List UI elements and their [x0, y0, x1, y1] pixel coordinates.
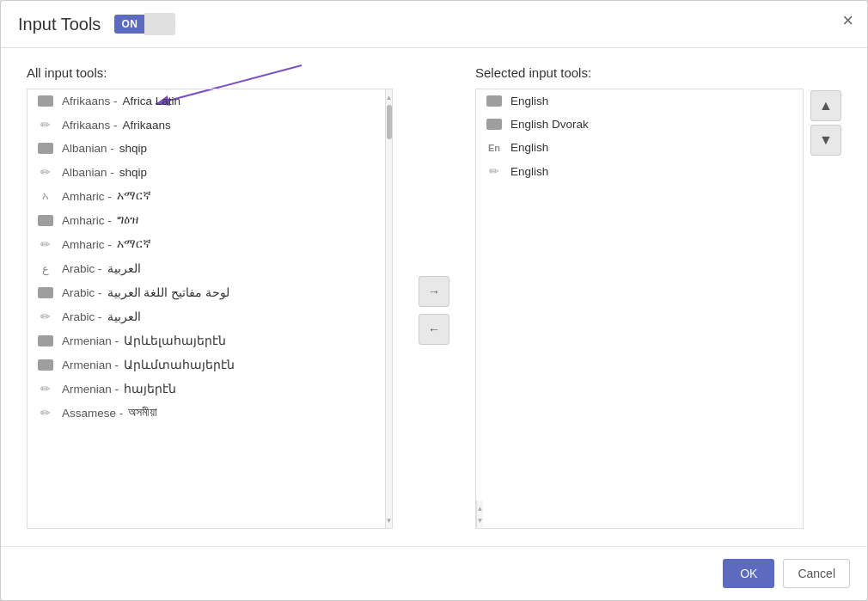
move-up-button[interactable]: ▲: [810, 90, 841, 121]
list-item[interactable]: Arabic - لوحة مفاتيح اللغة العربية: [28, 280, 385, 304]
right-panel: English English Dvorak En English: [475, 89, 841, 529]
add-button[interactable]: →: [419, 276, 449, 307]
pencil-icon: ✏: [36, 118, 55, 132]
keyboard-icon: [36, 287, 55, 298]
list-item[interactable]: ✏ Assamese - অসমীয়া: [28, 401, 385, 425]
list-item[interactable]: ✏ Armenian - հայերէն: [28, 377, 385, 401]
all-tools-label: All input tools:: [27, 65, 393, 80]
list-item[interactable]: አ Amharic - አማርኛ: [28, 184, 385, 208]
list-item[interactable]: Armenian - Արևմտահայերէն: [28, 353, 385, 377]
keyboard-icon: [36, 215, 55, 226]
pencil-icon: ✏: [36, 406, 55, 420]
pencil-icon: ✏: [36, 165, 55, 179]
all-tools-panel: All input tools: Afrikaans - Africa Lati…: [27, 65, 393, 529]
panels-container: All input tools: Afrikaans - Africa Lati…: [27, 65, 841, 529]
list-item[interactable]: ✏ Afrikaans - Afrikaans: [28, 113, 385, 137]
keyboard-icon: [36, 359, 55, 371]
list-item[interactable]: Armenian - Արևելահայերէն: [28, 328, 385, 353]
pencil-icon: ✏: [36, 382, 55, 396]
toggle-container[interactable]: ON: [114, 13, 175, 35]
arabic-icon: ع: [36, 262, 55, 275]
list-item[interactable]: ✏ Arabic - العربية: [28, 304, 385, 328]
close-button[interactable]: ×: [842, 11, 853, 30]
keyboard-icon: [36, 95, 55, 107]
selected-list-item[interactable]: English: [476, 89, 803, 113]
cancel-button[interactable]: Cancel: [783, 559, 850, 588]
all-tools-scroll[interactable]: Afrikaans - Africa Latin ✏ Afrikaans - A…: [28, 89, 385, 528]
pencil-icon: ✏: [485, 164, 504, 178]
toggle-on-label[interactable]: ON: [114, 15, 144, 34]
list-item[interactable]: Amharic - ግዕዝ: [28, 208, 385, 232]
scroll-down-arrow[interactable]: ▼: [477, 514, 484, 526]
remove-button[interactable]: ←: [419, 314, 449, 345]
scroll-down-arrow[interactable]: ▼: [386, 514, 393, 526]
ok-button[interactable]: OK: [723, 559, 774, 588]
scroll-track[interactable]: [386, 103, 393, 514]
toggle-off-area[interactable]: [144, 13, 175, 35]
pencil-icon: ✏: [36, 237, 55, 251]
all-tools-listbox: Afrikaans - Africa Latin ✏ Afrikaans - A…: [27, 89, 393, 529]
dialog-title: Input Tools: [18, 15, 101, 34]
selected-tools-panel: Selected input tools: English English Dv…: [475, 65, 841, 529]
keyboard-icon: [485, 95, 504, 107]
keyboard-icon: [36, 143, 55, 154]
selected-list-item[interactable]: English Dvorak: [476, 113, 803, 136]
dialog-header: Input Tools ON ×: [1, 1, 867, 48]
selected-list-item[interactable]: ✏ English: [476, 159, 803, 183]
move-down-button[interactable]: ▼: [810, 125, 841, 156]
left-scrollbar[interactable]: ▲ ▼: [385, 89, 392, 528]
scroll-thumb[interactable]: [387, 105, 392, 139]
transfer-buttons: → ←: [410, 91, 458, 529]
dialog-body: All input tools: Afrikaans - Africa Lati…: [1, 48, 867, 546]
list-item[interactable]: ✏ Albanian - shqip: [28, 160, 385, 184]
keyboard-icon: [36, 335, 55, 346]
amharic-icon: አ: [36, 189, 55, 203]
up-down-buttons: ▲ ▼: [810, 89, 841, 529]
keyboard-icon: [485, 119, 504, 130]
selected-tools-listbox: English English Dvorak En English: [475, 89, 804, 529]
dialog-footer: OK Cancel: [1, 546, 867, 600]
pencil-icon: ✏: [36, 310, 55, 323]
right-scrollbar[interactable]: ▲ ▼: [476, 500, 483, 528]
input-tools-dialog: Input Tools ON × All input tools:: [0, 0, 868, 601]
selected-tools-scroll[interactable]: English English Dvorak En English: [476, 89, 803, 500]
list-item[interactable]: ✏ Amharic - አማርኛ: [28, 232, 385, 256]
list-item[interactable]: Albanian - shqip: [28, 137, 385, 160]
list-item[interactable]: ع Arabic - العربية: [28, 256, 385, 280]
en-icon: En: [485, 143, 504, 153]
scroll-up-arrow[interactable]: ▲: [386, 91, 393, 103]
scroll-up-arrow[interactable]: ▲: [477, 502, 484, 514]
selected-list-item[interactable]: En English: [476, 136, 803, 159]
list-item[interactable]: Afrikaans - Africa Latin: [28, 89, 385, 113]
selected-tools-label: Selected input tools:: [475, 65, 841, 80]
